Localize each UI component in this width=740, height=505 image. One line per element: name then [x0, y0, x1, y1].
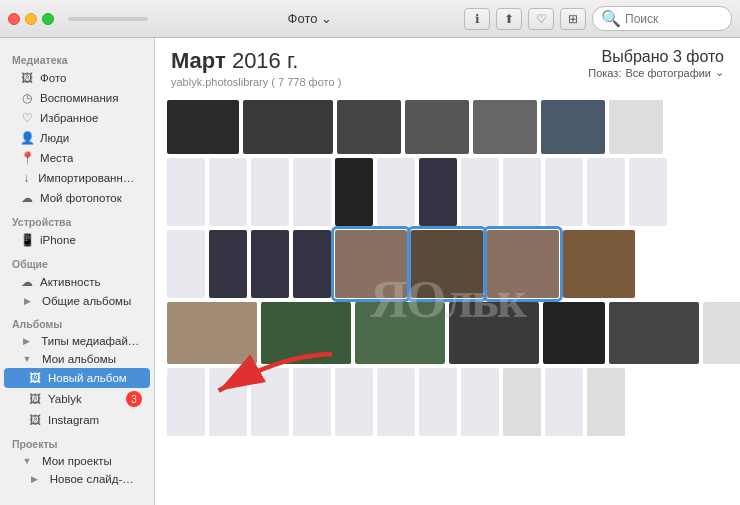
- sidebar-item-people[interactable]: 👤 Люди: [4, 128, 150, 148]
- photo-thumb[interactable]: [543, 302, 605, 364]
- photo-thumb[interactable]: [167, 368, 205, 436]
- photo-thumb[interactable]: [405, 100, 469, 154]
- photo-thumb[interactable]: [167, 230, 205, 298]
- minimize-button[interactable]: [25, 13, 37, 25]
- photo-thumb[interactable]: [261, 302, 351, 364]
- sidebar-label: Instagram: [48, 414, 99, 426]
- app-title-dropdown[interactable]: Фото ⌄: [288, 11, 333, 26]
- photo-thumb[interactable]: [251, 158, 289, 226]
- photo-thumb[interactable]: [293, 368, 331, 436]
- sidebar-label: Мои проекты: [42, 455, 112, 467]
- photo-thumb[interactable]: [293, 158, 331, 226]
- upload-button[interactable]: ⬆: [496, 8, 522, 30]
- sidebar-item-places[interactable]: 📍 Места: [4, 148, 150, 168]
- photo-thumb[interactable]: [335, 158, 373, 226]
- main-content: Медиатека 🖼 Фото ◷ Воспоминания ♡ Избран…: [0, 38, 740, 505]
- photo-thumb[interactable]: [461, 368, 499, 436]
- library-info: yablyk.photoslibrary ( 7 778 фото ): [171, 76, 341, 88]
- chevron-icon: ⌄: [321, 11, 332, 26]
- traffic-lights: [8, 13, 54, 25]
- photo-thumb[interactable]: [587, 368, 625, 436]
- photo-thumb[interactable]: [545, 158, 583, 226]
- photo-row-2: [167, 158, 728, 226]
- content-area: Март 2016 г. yablyk.photoslibrary ( 7 77…: [155, 38, 740, 505]
- photo-thumb[interactable]: [377, 368, 415, 436]
- sidebar-item-shared-albums[interactable]: ▶ Общие альбомы: [4, 292, 150, 310]
- photo-thumb[interactable]: [609, 100, 663, 154]
- photo-thumb[interactable]: [545, 368, 583, 436]
- close-button[interactable]: [8, 13, 20, 25]
- photo-thumb[interactable]: [563, 230, 635, 298]
- photo-thumb[interactable]: [629, 158, 667, 226]
- import-icon: ↓: [20, 171, 32, 185]
- section-header-projects: Проекты: [0, 430, 154, 452]
- sidebar-item-slideshow[interactable]: ▶ Новое слайд-шоу: [4, 470, 150, 488]
- sidebar-item-photostream[interactable]: ☁ Мой фотопоток: [4, 188, 150, 208]
- album-icon: 🖼: [28, 392, 42, 406]
- photo-thumb[interactable]: [167, 302, 257, 364]
- photo-thumb[interactable]: [243, 100, 333, 154]
- sidebar-item-activity[interactable]: ☁ Активность: [4, 272, 150, 292]
- sidebar-item-my-projects[interactable]: ▼ Мои проекты: [4, 452, 150, 470]
- photo-thumb[interactable]: [209, 230, 247, 298]
- photo-thumb[interactable]: [251, 368, 289, 436]
- photo-thumb[interactable]: [209, 368, 247, 436]
- sidebar-item-new-album[interactable]: 🖼 Новый альбом: [4, 368, 150, 388]
- photo-thumb[interactable]: [251, 230, 289, 298]
- photo-thumb[interactable]: [335, 230, 407, 298]
- maximize-button[interactable]: [42, 13, 54, 25]
- photo-thumb[interactable]: [503, 368, 541, 436]
- photo-thumb[interactable]: [609, 302, 699, 364]
- photo-thumb[interactable]: [411, 230, 483, 298]
- heart-button[interactable]: ♡: [528, 8, 554, 30]
- photo-row-3: [167, 230, 728, 298]
- cloud-icon: ☁: [20, 191, 34, 205]
- expand-icon: ▼: [20, 354, 34, 364]
- photo-thumb[interactable]: [461, 158, 499, 226]
- photo-thumb[interactable]: [587, 158, 625, 226]
- sidebar-item-media-types[interactable]: ▶ Типы медиафайлов: [4, 332, 150, 350]
- titlebar-actions: ℹ ⬆ ♡ ⊞: [464, 8, 586, 30]
- photo-grid[interactable]: ЯОльк: [155, 92, 740, 505]
- photo-thumb[interactable]: [487, 230, 559, 298]
- photo-thumb[interactable]: [703, 302, 740, 364]
- photo-thumb[interactable]: [419, 158, 457, 226]
- share-button[interactable]: ⊞: [560, 8, 586, 30]
- photo-thumb[interactable]: [377, 158, 415, 226]
- sidebar-item-iphone[interactable]: 📱 iPhone: [4, 230, 150, 250]
- photo-thumb[interactable]: [293, 230, 331, 298]
- sidebar-item-photos[interactable]: 🖼 Фото: [4, 68, 150, 88]
- content-header: Март 2016 г. yablyk.photoslibrary ( 7 77…: [155, 38, 740, 92]
- info-button[interactable]: ℹ: [464, 8, 490, 30]
- sidebar-item-favorites[interactable]: ♡ Избранное: [4, 108, 150, 128]
- photo-thumb[interactable]: [335, 368, 373, 436]
- expand-icon: ▶: [28, 474, 42, 484]
- sidebar-label: Мои альбомы: [42, 353, 116, 365]
- sidebar-item-imported[interactable]: ↓ Импортированные о...: [4, 168, 150, 188]
- photo-thumb[interactable]: [503, 158, 541, 226]
- heart-icon: ♡: [20, 111, 34, 125]
- month-label: Март: [171, 48, 226, 73]
- photo-thumb[interactable]: [449, 302, 539, 364]
- sidebar-item-yablyk[interactable]: 🖼 Yablyk 3: [4, 388, 150, 410]
- sidebar-label: Новое слайд-шоу: [50, 473, 142, 485]
- year-label: 2016 г.: [232, 48, 299, 73]
- sidebar-item-instagram[interactable]: 🖼 Instagram: [4, 410, 150, 430]
- photo-thumb[interactable]: [541, 100, 605, 154]
- sidebar-item-my-albums[interactable]: ▼ Мои альбомы: [4, 350, 150, 368]
- activity-icon: ☁: [20, 275, 34, 289]
- photo-thumb[interactable]: [355, 302, 445, 364]
- photo-thumb[interactable]: [167, 100, 239, 154]
- photo-thumb[interactable]: [209, 158, 247, 226]
- expand-icon: ▼: [20, 456, 34, 466]
- slider[interactable]: [68, 17, 148, 21]
- photo-thumb[interactable]: [167, 158, 205, 226]
- show-filter-dropdown[interactable]: Показ: Все фотографии ⌄: [588, 66, 724, 79]
- photo-thumb[interactable]: [473, 100, 537, 154]
- search-box[interactable]: 🔍: [592, 6, 732, 31]
- badge: 3: [126, 391, 142, 407]
- photo-thumb[interactable]: [419, 368, 457, 436]
- search-input[interactable]: [625, 12, 723, 26]
- photo-thumb[interactable]: [337, 100, 401, 154]
- sidebar-item-memories[interactable]: ◷ Воспоминания: [4, 88, 150, 108]
